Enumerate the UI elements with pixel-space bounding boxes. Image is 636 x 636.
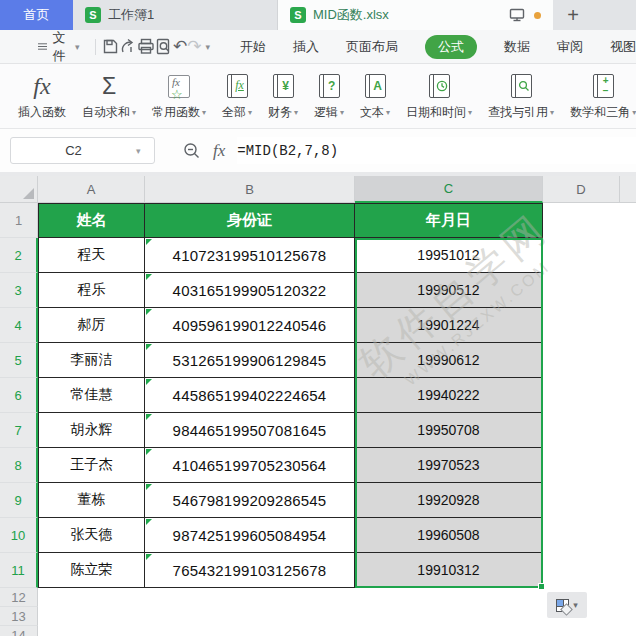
- cell-empty[interactable]: [38, 626, 636, 636]
- row-header-8[interactable]: 8: [0, 448, 38, 483]
- home-button[interactable]: 首页: [0, 0, 73, 30]
- cell-empty[interactable]: [543, 273, 636, 308]
- common-functions-button[interactable]: fx☆ 常用函数▾: [144, 67, 214, 125]
- lookup-reference-functions-button[interactable]: 查找与引用▾: [480, 67, 562, 125]
- autosum-button[interactable]: Σ 自动求和▾: [74, 67, 144, 125]
- logical-functions-button[interactable]: ? 逻辑▾: [306, 67, 352, 125]
- cell-id[interactable]: 403165199905120322: [145, 273, 355, 308]
- redo-button[interactable]: ↷: [187, 34, 201, 60]
- cell-empty[interactable]: [543, 308, 636, 343]
- cell-name[interactable]: 张天德: [38, 518, 145, 553]
- cell-id[interactable]: 984465199507081645: [145, 413, 355, 448]
- cell-name[interactable]: 胡永辉: [38, 413, 145, 448]
- monitor-icon[interactable]: [509, 8, 525, 22]
- select-all-corner[interactable]: [0, 176, 38, 203]
- cell-date[interactable]: 19910312: [355, 553, 543, 588]
- cell-id[interactable]: 546798199209286545: [145, 483, 355, 518]
- cell-date[interactable]: 19990612: [355, 343, 543, 378]
- row-header-3[interactable]: 3: [0, 273, 38, 308]
- date-time-functions-button[interactable]: 日期和时间▾: [398, 67, 480, 125]
- column-header-c[interactable]: C: [355, 176, 543, 203]
- cell-date[interactable]: 19970523: [355, 448, 543, 483]
- row-header-9[interactable]: 9: [0, 483, 38, 518]
- row-header-4[interactable]: 4: [0, 308, 38, 343]
- cell-a1-name-header[interactable]: 姓名: [38, 203, 145, 238]
- column-header-a[interactable]: A: [38, 176, 145, 203]
- cell-name[interactable]: 程乐: [38, 273, 145, 308]
- all-functions-button[interactable]: fx 全部▾: [214, 67, 260, 125]
- math-trig-functions-button[interactable]: +− 数学和三角▾: [562, 67, 636, 125]
- cell-id[interactable]: 531265199906129845: [145, 343, 355, 378]
- cell-empty[interactable]: [543, 413, 636, 448]
- row-header-14[interactable]: 14: [0, 626, 38, 636]
- cell-id[interactable]: 409596199012240546: [145, 308, 355, 343]
- cell-b1-id-header[interactable]: 身份证: [145, 203, 355, 238]
- row-header-12[interactable]: 12: [0, 588, 38, 607]
- cell-id[interactable]: 987425199605084954: [145, 518, 355, 553]
- cell-date[interactable]: 19960508: [355, 518, 543, 553]
- cell-empty[interactable]: [543, 483, 636, 518]
- tab-view[interactable]: 视图: [610, 38, 636, 56]
- column-header-b[interactable]: B: [145, 176, 355, 203]
- insert-function-button[interactable]: fx 插入函数: [10, 67, 74, 125]
- cell-name[interactable]: 王子杰: [38, 448, 145, 483]
- cell-date[interactable]: 19901224: [355, 308, 543, 343]
- cell-empty[interactable]: [543, 203, 636, 238]
- formula-input[interactable]: =MID(B2,7,8): [237, 137, 636, 164]
- row-header-6[interactable]: 6: [0, 378, 38, 413]
- row-header-13[interactable]: 13: [0, 607, 38, 626]
- cell-name[interactable]: 程天: [38, 238, 145, 273]
- export-button[interactable]: [119, 34, 137, 60]
- print-preview-button[interactable]: [155, 34, 173, 60]
- row-header-5[interactable]: 5: [0, 343, 38, 378]
- cell-id[interactable]: 765432199103125678: [145, 553, 355, 588]
- cell-date[interactable]: 19950708: [355, 413, 543, 448]
- cell-empty[interactable]: [543, 448, 636, 483]
- cell-id[interactable]: 410723199510125678: [145, 238, 355, 273]
- cell-empty[interactable]: [543, 343, 636, 378]
- cell-id[interactable]: 410465199705230564: [145, 448, 355, 483]
- row-header-2[interactable]: 2: [0, 238, 38, 273]
- cell-name[interactable]: 常佳慧: [38, 378, 145, 413]
- file-menu-button[interactable]: 文件 ▾: [0, 29, 88, 65]
- cell-empty[interactable]: [543, 238, 636, 273]
- row-header-1[interactable]: 1: [0, 203, 38, 238]
- text-functions-button[interactable]: A 文本▾: [352, 67, 398, 125]
- cell-date[interactable]: 19920928: [355, 483, 543, 518]
- financial-functions-button[interactable]: ¥ 财务▾: [260, 67, 306, 125]
- tab-review[interactable]: 审阅: [557, 38, 583, 56]
- column-header-e-partial[interactable]: [620, 176, 636, 203]
- print-button[interactable]: [137, 34, 155, 60]
- cell-date[interactable]: 19990512: [355, 273, 543, 308]
- row-header-10[interactable]: 10: [0, 518, 38, 553]
- cell-empty[interactable]: [543, 553, 636, 588]
- row-header-11[interactable]: 11: [0, 553, 38, 588]
- document-tab-mid-function[interactable]: S MID函数.xlsx: [277, 0, 553, 30]
- cell-id[interactable]: 445865199402224654: [145, 378, 355, 413]
- cell-name[interactable]: 郝厉: [38, 308, 145, 343]
- cell-c1-date-header[interactable]: 年月日: [355, 203, 543, 238]
- tab-insert[interactable]: 插入: [293, 38, 319, 56]
- cell-date-active[interactable]: 19951012: [355, 238, 543, 273]
- cell-date[interactable]: 19940222: [355, 378, 543, 413]
- name-box[interactable]: C2 ▾: [10, 137, 155, 164]
- column-header-d[interactable]: D: [543, 176, 620, 203]
- tab-home[interactable]: 开始: [240, 38, 266, 56]
- row-header-7[interactable]: 7: [0, 413, 38, 448]
- cell-empty[interactable]: [543, 518, 636, 553]
- save-button[interactable]: [102, 34, 119, 60]
- toolbar-more-button[interactable]: ▾: [202, 34, 214, 60]
- zoom-out-icon[interactable]: [183, 142, 201, 160]
- cell-name[interactable]: 董栋: [38, 483, 145, 518]
- document-tab-workbook1[interactable]: S 工作簿1: [73, 0, 277, 30]
- new-tab-button[interactable]: +: [553, 0, 593, 30]
- fill-options-button[interactable]: ▾: [547, 592, 587, 618]
- tab-page-layout[interactable]: 页面布局: [346, 38, 398, 56]
- cell-name[interactable]: 李丽洁: [38, 343, 145, 378]
- cell-name[interactable]: 陈立荣: [38, 553, 145, 588]
- chevron-down-icon[interactable]: ▾: [136, 146, 154, 156]
- undo-button[interactable]: ↶: [173, 34, 187, 60]
- tab-data[interactable]: 数据: [504, 38, 530, 56]
- tab-formulas[interactable]: 公式: [425, 35, 477, 59]
- cell-empty[interactable]: [543, 378, 636, 413]
